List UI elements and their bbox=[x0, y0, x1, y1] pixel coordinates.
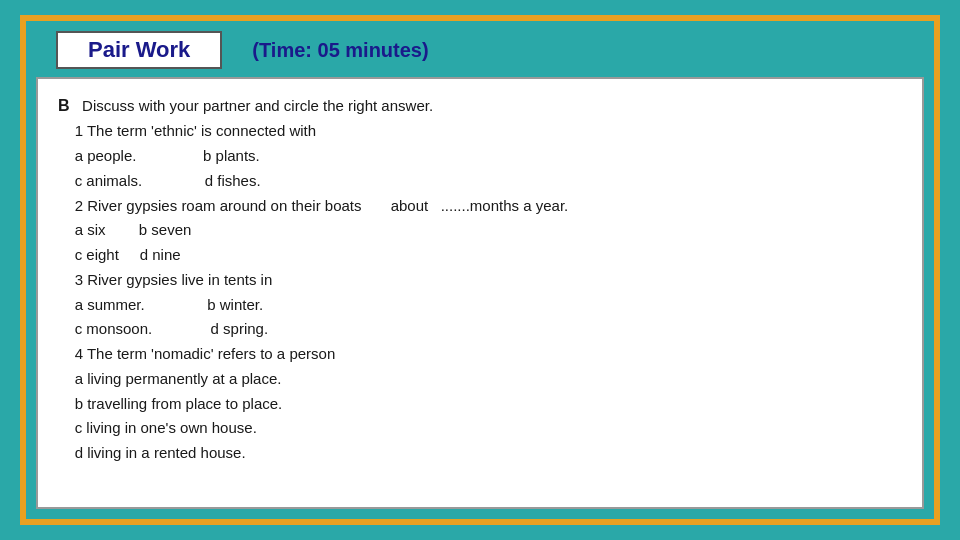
question-4-option-d: d living in a rented house. bbox=[58, 441, 902, 466]
question-1-text: 1 The term 'ethnic' is connected with bbox=[58, 119, 902, 144]
question-3-options-2: c monsoon. d spring. bbox=[58, 317, 902, 342]
pair-work-label: Pair Work bbox=[88, 37, 190, 62]
content-box: B Discuss with your partner and circle t… bbox=[36, 77, 924, 509]
question-1-options-2: c animals. d fishes. bbox=[58, 169, 902, 194]
instruction-line: B Discuss with your partner and circle t… bbox=[58, 93, 902, 119]
question-2-text: 2 River gypsies roam around on their boa… bbox=[58, 194, 902, 219]
question-3-text: 3 River gypsies live in tents in bbox=[58, 268, 902, 293]
question-3-options: a summer. b winter. bbox=[58, 293, 902, 318]
pair-work-title: Pair Work bbox=[56, 31, 222, 69]
question-4-text: 4 The term 'nomadic' refers to a person bbox=[58, 342, 902, 367]
question-1-options: a people. b plants. bbox=[58, 144, 902, 169]
header-row: Pair Work (Time: 05 minutes) bbox=[36, 31, 924, 69]
outer-border: Pair Work (Time: 05 minutes) B Discuss w… bbox=[20, 15, 940, 525]
question-4-option-c: c living in one's own house. bbox=[58, 416, 902, 441]
time-label: (Time: 05 minutes) bbox=[252, 39, 428, 62]
question-4-option-a: a living permanently at a place. bbox=[58, 367, 902, 392]
question-2-options-2: c eight d nine bbox=[58, 243, 902, 268]
question-2-options: a six b seven bbox=[58, 218, 902, 243]
question-4-option-b: b travelling from place to place. bbox=[58, 392, 902, 417]
